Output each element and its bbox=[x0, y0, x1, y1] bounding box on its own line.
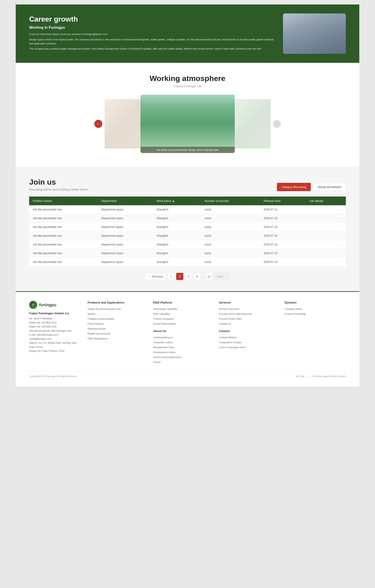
table-row[interactable]: Job title placeholder textDepartment spa… bbox=[29, 231, 346, 240]
carousel-caption: The photo name placeholder design will b… bbox=[140, 147, 235, 153]
page-1-button[interactable]: 1 bbox=[168, 273, 175, 280]
carousel-side-left bbox=[105, 99, 140, 148]
footer-list-item[interactable]: Company News bbox=[285, 306, 346, 311]
table-row[interactable]: Job title placeholder textDepartment spa… bbox=[29, 205, 346, 214]
table-row[interactable]: Job title placeholder textDepartment spa… bbox=[29, 240, 346, 249]
footer-list-item[interactable]: Product Knowledge bbox=[285, 311, 346, 316]
site-map-link[interactable]: Site Map bbox=[296, 375, 304, 378]
pagination-next-button[interactable]: Next → bbox=[214, 273, 230, 280]
table-header-row: Position Name Department Work place ▲ Nu… bbox=[29, 197, 346, 205]
footer-list-item[interactable]: Management Team bbox=[153, 345, 214, 350]
contact-info-line: Mobile:+86- 138 8826 2222 bbox=[29, 321, 79, 325]
pagination-prev-button[interactable]: ← Previous bbox=[145, 273, 166, 280]
products-col-title: Products and Applications bbox=[87, 301, 149, 304]
contact-info-line: International website: https://funingpu.… bbox=[29, 329, 79, 333]
table-cell: › bbox=[306, 223, 346, 231]
contact-col-title: Contact bbox=[219, 329, 280, 333]
table-cell: › bbox=[306, 231, 346, 240]
rd-col-title: R&D Platform bbox=[153, 301, 214, 304]
table-cell: some bbox=[201, 258, 260, 266]
next-arrow-icon: → bbox=[224, 275, 227, 278]
footer-list-item[interactable]: Food Products bbox=[87, 321, 149, 326]
page-11-button[interactable]: 11 bbox=[205, 273, 213, 280]
atmosphere-title: Working atmosphere bbox=[16, 74, 359, 83]
campus-recruiting-button[interactable]: Campus Recruiting bbox=[277, 183, 311, 191]
footer-list-item[interactable]: Product Innovation bbox=[153, 316, 214, 321]
prev-label: Previous bbox=[152, 275, 163, 278]
next-label: Next bbox=[217, 275, 223, 278]
footer-list-item[interactable]: Service Processes bbox=[219, 306, 280, 311]
table-cell: ShanghAi bbox=[153, 214, 201, 223]
table-cell: Job title placeholder text bbox=[29, 240, 98, 249]
footer-list-item[interactable]: Cooperation Contact bbox=[219, 340, 280, 345]
table-row[interactable]: Job title placeholder textDepartment spa… bbox=[29, 258, 346, 266]
table-cell: Department space bbox=[98, 223, 153, 231]
separator: | bbox=[308, 375, 309, 378]
col-details: Job details bbox=[306, 197, 346, 205]
join-header-left: Join us Recruiting talents and creating … bbox=[29, 178, 87, 191]
table-row[interactable]: Job title placeholder textDepartment spa… bbox=[29, 223, 346, 231]
table-cell: 2020-07-10 bbox=[260, 249, 306, 258]
table-cell: some bbox=[201, 231, 260, 240]
footer-list-item[interactable]: Corporate Culture bbox=[153, 340, 214, 345]
footer-list-item[interactable]: Leave a message online bbox=[219, 345, 280, 350]
page-3-button[interactable]: 3 bbox=[185, 273, 192, 280]
footer-list-item[interactable]: Technology Capability bbox=[153, 306, 214, 311]
footer-list-item[interactable]: Social Responsibility bbox=[153, 321, 214, 326]
footer-top: F funingpu Fujian Fanningpu Gelatin Co. … bbox=[29, 301, 346, 365]
hero-image bbox=[283, 13, 346, 54]
col-recruits: Number of recruits bbox=[201, 197, 260, 205]
hero-text: Career growth Working in Funingpu If you… bbox=[29, 15, 274, 52]
table-cell: Department space bbox=[98, 249, 153, 258]
table-cell: › bbox=[306, 214, 346, 223]
table-cell: Job title placeholder text bbox=[29, 223, 98, 231]
footer-list-item[interactable]: Process Driven R&D bbox=[219, 316, 280, 321]
col-position: Position Name bbox=[29, 197, 98, 205]
logo-circle-icon: F bbox=[29, 301, 37, 309]
table-cell: › bbox=[306, 205, 346, 214]
footer-list-item[interactable]: Collagen protein peptide bbox=[87, 316, 149, 321]
join-header-right: Campus Recruiting Social recruitment bbox=[277, 183, 346, 191]
carousel-prev-button[interactable]: ‹ bbox=[94, 120, 102, 128]
products-list: Gelatin for pharmaceutical useGelatinCol… bbox=[87, 306, 149, 341]
footer-list-item[interactable]: Health care products bbox=[87, 331, 149, 336]
footer-list-item[interactable]: Gelatin bbox=[87, 311, 149, 316]
page-2-button[interactable]: 2 bbox=[176, 273, 183, 280]
footer-list-item[interactable]: Other Applications bbox=[87, 336, 149, 341]
footer-bottom: Copyright©2022 Fanningpu All Rights Rese… bbox=[29, 371, 346, 378]
dynamic-list: Company NewsProduct Knowledge bbox=[285, 306, 346, 316]
footer-list-item[interactable]: Development history bbox=[153, 350, 214, 355]
footer-list-item[interactable]: Contact Us bbox=[219, 321, 280, 326]
table-row[interactable]: Job title placeholder textDepartment spa… bbox=[29, 249, 346, 258]
footer-list-item[interactable]: Career bbox=[153, 360, 214, 365]
footer-list-item[interactable]: Gelatin for pharmaceutical use bbox=[87, 306, 149, 311]
table-cell: Job title placeholder text bbox=[29, 249, 98, 258]
services-list: Service ProcessesProcess Driven Manufact… bbox=[219, 306, 280, 326]
footer-list-item[interactable]: Honors and Qualifications bbox=[153, 355, 214, 360]
footer-list-item[interactable]: Understanding us bbox=[153, 335, 214, 340]
technical-support-link[interactable]: Technical Support Pairky Network bbox=[312, 375, 346, 378]
hero-section: Career growth Working in Funingpu If you… bbox=[16, 4, 359, 63]
prev-arrow-icon: ← bbox=[148, 275, 151, 278]
footer-list-item[interactable]: R&D Capability bbox=[153, 311, 214, 316]
contact-info-line: Ningde City, Fujian Province, China bbox=[29, 349, 79, 353]
table-cell: some bbox=[201, 249, 260, 258]
carousel-main-inner bbox=[140, 95, 235, 153]
atmosphere-subtitle: Colorful Funingpu Life bbox=[16, 84, 359, 88]
footer-list-item[interactable]: Contact Method bbox=[219, 335, 280, 340]
social-recruitment-button[interactable]: Social recruitment bbox=[313, 183, 346, 191]
table-cell: Department space bbox=[98, 258, 153, 266]
footer-copyright: Copyright©2022 Fanningpu All Rights Rese… bbox=[29, 375, 77, 378]
footer-list-item[interactable]: Process Driven Manufacturing bbox=[219, 311, 280, 316]
jobs-table: Position Name Department Work place ▲ Nu… bbox=[29, 197, 346, 266]
footer-brand: F funingpu Fujian Fanningpu Gelatin Co. … bbox=[29, 301, 79, 365]
join-title: Join us bbox=[29, 178, 87, 186]
table-cell: ShanghAi bbox=[153, 249, 201, 258]
table-row[interactable]: Job title placeholder textDepartment spa… bbox=[29, 214, 346, 223]
page-4-button[interactable]: 4 bbox=[193, 273, 200, 280]
hero-email: If you are interested, please send your … bbox=[29, 32, 274, 36]
footer-contact-info: Tel: +86-577-88108990Mobile:+86- 138 882… bbox=[29, 317, 79, 353]
footer-list-item[interactable]: Pharmaceuticals bbox=[87, 326, 149, 331]
carousel-next-button[interactable]: › bbox=[273, 120, 281, 128]
table-cell: some bbox=[201, 214, 260, 223]
